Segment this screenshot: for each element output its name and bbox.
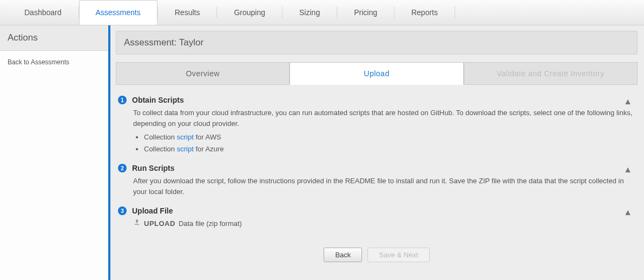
step-number-2: 2 (118, 164, 127, 172)
step-number-1: 1 (118, 96, 127, 104)
li-text: for AWS (194, 133, 221, 141)
chevron-up-icon[interactable]: ▲ (623, 208, 632, 217)
list-item: Collection script for AWS (144, 132, 635, 143)
step-description: To collect data from your cloud infrastr… (133, 109, 633, 128)
tab-sizing[interactable]: Sizing (282, 0, 337, 25)
footer-actions: Back Save & Next (116, 239, 638, 265)
save-next-button: Save & Next (367, 248, 429, 262)
back-to-assessments-link[interactable]: Back to Assessments (0, 51, 108, 70)
step-description: After you download the script, follow th… (133, 177, 624, 196)
upload-icon (133, 218, 141, 229)
sidebar: Actions Back to Assessments (0, 25, 110, 280)
sidebar-title: Actions (0, 25, 108, 51)
panel-title: Assessment: Taylor (116, 31, 638, 55)
nav-separator (455, 6, 455, 18)
inner-tab-overview[interactable]: Overview (116, 62, 290, 85)
step-obtain-scripts: ▲ 1 Obtain Scripts To collect data from … (118, 96, 635, 154)
li-text: Collection (144, 133, 177, 141)
step-number-3: 3 (118, 206, 127, 215)
upload-button[interactable]: UPLOAD (144, 218, 175, 229)
tab-pricing[interactable]: Pricing (337, 0, 394, 25)
tab-assessments[interactable]: Assessments (79, 0, 157, 25)
top-nav: Dashboard Assessments Results Grouping S… (0, 0, 644, 25)
steps-container: ▲ 1 Obtain Scripts To collect data from … (116, 96, 638, 229)
tab-reports[interactable]: Reports (395, 0, 455, 25)
script-link-azure[interactable]: script (177, 145, 194, 153)
inner-tab-upload[interactable]: Upload (290, 62, 463, 85)
list-item: Collection script for Azure (144, 144, 635, 155)
upload-description: Data file (zip format) (179, 218, 242, 229)
main-panel: Assessment: Taylor Overview Upload Valid… (110, 25, 644, 280)
back-button[interactable]: Back (324, 248, 362, 262)
step-run-scripts: ▲ 2 Run Scripts After you download the s… (118, 164, 635, 197)
li-text: Collection (144, 145, 177, 153)
script-link-aws[interactable]: script (177, 133, 194, 141)
tab-results[interactable]: Results (158, 0, 217, 25)
app-root: Dashboard Assessments Results Grouping S… (0, 0, 644, 280)
step-upload-file: ▲ 3 Upload File UPLOAD (118, 206, 635, 229)
tab-grouping[interactable]: Grouping (217, 0, 282, 25)
tab-dashboard[interactable]: Dashboard (8, 0, 78, 25)
step-title: Run Scripts (132, 164, 175, 172)
inner-tabs: Overview Upload Validate and Create Inve… (116, 62, 638, 85)
chevron-up-icon[interactable]: ▲ (623, 165, 632, 175)
inner-tab-validate: Validate and Create Inventory (464, 62, 638, 85)
li-text: for Azure (194, 145, 224, 153)
step-title: Obtain Scripts (132, 96, 184, 104)
step-title: Upload File (132, 206, 173, 215)
chevron-up-icon[interactable]: ▲ (623, 97, 632, 106)
